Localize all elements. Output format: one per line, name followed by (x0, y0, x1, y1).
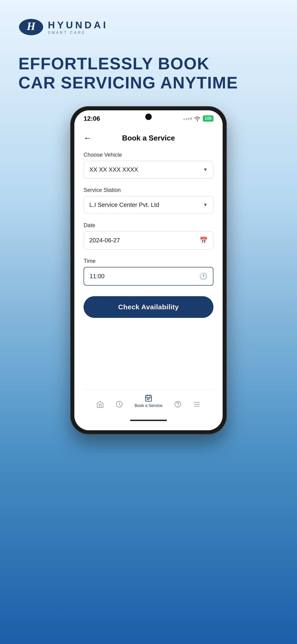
battery-badge: 100 (203, 116, 214, 122)
time-field-group: Time 11:00 🕐 (84, 258, 214, 286)
logo-container: H HYUNDAI SMART CARE (18, 18, 278, 36)
svg-rect-3 (146, 395, 152, 401)
vehicle-value: XX XX XXX XXXX (89, 166, 138, 173)
nav-book-label: Book a Service (134, 403, 162, 408)
phone-frame: 12:06 100 (70, 106, 227, 434)
vehicle-dropdown-arrow: ▼ (203, 167, 208, 172)
vehicle-field-group: Choose Vehicle XX XX XXX XXXX ▼ (84, 152, 214, 178)
logo-brand: HYUNDAI (48, 20, 108, 31)
station-value: L.I Service Center Pvt. Ltd (89, 201, 159, 208)
date-label: Date (84, 222, 214, 228)
signal-dot-4 (190, 117, 192, 120)
phone-screen: 12:06 100 (74, 110, 223, 430)
station-label: Service Station (84, 187, 214, 193)
app-content: ← Book a Service Choose Vehicle XX XX XX… (74, 124, 223, 430)
station-dropdown-arrow: ▼ (203, 202, 208, 208)
logo-sub: SMART CARE (48, 31, 108, 35)
hyundai-logo: H (18, 18, 44, 36)
signal-dots (184, 117, 192, 120)
nav-home[interactable] (96, 400, 104, 408)
tagline-section: EFFORTLESSLY BOOK CAR SERVICING ANYTIME (0, 45, 297, 106)
time-input[interactable]: 11:00 🕐 (84, 267, 214, 286)
nav-bar: ← Book a Service (84, 129, 214, 149)
station-field-group: Service Station L.I Service Center Pvt. … (84, 187, 214, 214)
nav-book-service[interactable]: Book a Service (134, 394, 162, 408)
home-icon (96, 400, 104, 408)
nav-history[interactable] (115, 400, 123, 408)
tagline-line2: CAR SERVICING ANYTIME (18, 73, 278, 92)
camera-notch (145, 114, 152, 120)
date-field-group: Date 2024-06-27 📅 (84, 222, 214, 250)
form-section: Choose Vehicle XX XX XXX XXXX ▼ Service … (84, 149, 214, 320)
clock-icon: 🕐 (200, 272, 208, 280)
check-availability-button[interactable]: Check Availability (84, 296, 214, 318)
vehicle-dropdown[interactable]: XX XX XXX XXXX ▼ (84, 161, 214, 178)
wifi-icon (194, 116, 200, 121)
svg-text:H: H (26, 20, 36, 32)
menu-icon (193, 400, 201, 408)
time-value: 11:00 (90, 273, 104, 280)
tagline-line1: EFFORTLESSLY BOOK (18, 54, 278, 73)
book-service-icon (144, 394, 152, 402)
back-button[interactable]: ← (84, 133, 92, 143)
support-icon (174, 400, 182, 408)
history-icon (115, 400, 123, 408)
header: H HYUNDAI SMART CARE (0, 0, 297, 45)
status-right: 100 (184, 116, 214, 122)
logo-text: HYUNDAI SMART CARE (48, 20, 108, 35)
time-label: Time (84, 258, 214, 264)
signal-dot-2 (186, 118, 187, 120)
page-title: Book a Service (122, 134, 175, 142)
home-bar (130, 420, 167, 421)
home-indicator (84, 417, 214, 426)
content-spacer (84, 320, 214, 389)
vehicle-label: Choose Vehicle (84, 152, 214, 158)
status-bar: 12:06 100 (74, 110, 223, 124)
signal-dot-1 (184, 118, 185, 120)
station-dropdown[interactable]: L.I Service Center Pvt. Ltd ▼ (84, 196, 214, 214)
bottom-nav: Book a Service (84, 389, 214, 417)
tagline-text: EFFORTLESSLY BOOK CAR SERVICING ANYTIME (18, 54, 278, 92)
nav-menu[interactable] (193, 400, 201, 408)
status-time: 12:06 (84, 115, 100, 122)
nav-support[interactable] (174, 400, 182, 408)
signal-dot-3 (188, 118, 190, 120)
date-input[interactable]: 2024-06-27 📅 (84, 231, 214, 250)
date-value: 2024-06-27 (89, 237, 120, 244)
phone-wrapper: 12:06 100 (0, 106, 297, 434)
calendar-icon: 📅 (200, 236, 208, 244)
